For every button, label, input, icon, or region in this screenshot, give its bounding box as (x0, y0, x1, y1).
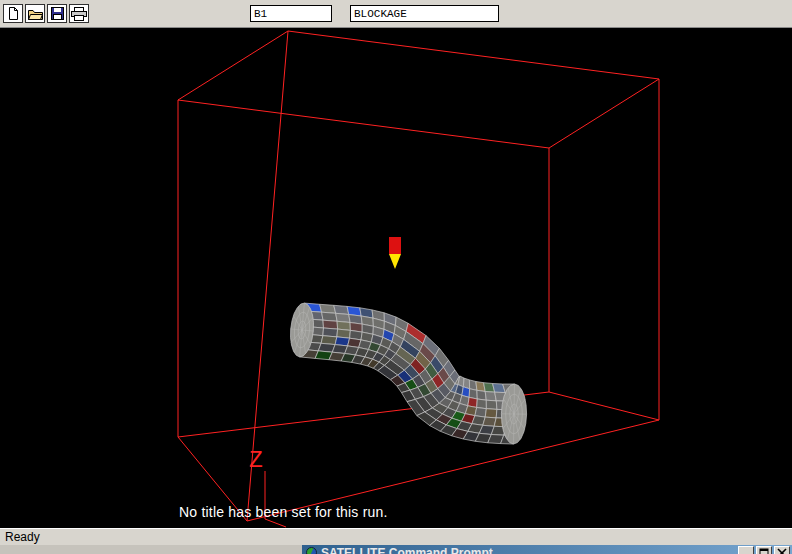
run-title-message: No title has been set for this run. (179, 504, 388, 520)
close-button[interactable] (774, 546, 790, 554)
print-icon (71, 7, 87, 21)
open-file-button[interactable] (25, 4, 45, 23)
new-document-icon (7, 6, 20, 21)
satellite-main-window: Z No title has been set for this run. Re… (0, 0, 792, 554)
maximize-icon (759, 548, 769, 554)
command-prompt-titlebar[interactable]: SATELLITE Command Prompt (302, 545, 792, 554)
viewport-3d[interactable]: Z No title has been set for this run. (0, 28, 792, 528)
save-file-button[interactable] (47, 4, 67, 23)
new-file-button[interactable] (3, 4, 23, 23)
save-icon (51, 7, 64, 20)
status-bar: Ready (0, 528, 792, 545)
minimize-button[interactable] (738, 546, 754, 554)
scene-svg: Z (0, 28, 792, 528)
pipe-object[interactable] (291, 303, 527, 444)
minimize-icon (741, 548, 751, 554)
object-name-field[interactable] (250, 5, 332, 22)
command-prompt-title: SATELLITE Command Prompt (321, 546, 493, 554)
print-button[interactable] (69, 4, 89, 23)
open-folder-icon (28, 8, 43, 20)
object-type-field[interactable] (350, 5, 499, 22)
status-text: Ready (5, 530, 40, 544)
bottom-window-strip: SATELLITE Command Prompt (0, 545, 792, 554)
probe-marker[interactable] (389, 237, 401, 269)
satellite-app-icon (306, 547, 317, 554)
maximize-button[interactable] (756, 546, 772, 554)
close-icon (777, 548, 787, 554)
caption-buttons (738, 546, 790, 554)
axis-z-label: Z (249, 448, 263, 474)
toolbar (0, 0, 792, 28)
